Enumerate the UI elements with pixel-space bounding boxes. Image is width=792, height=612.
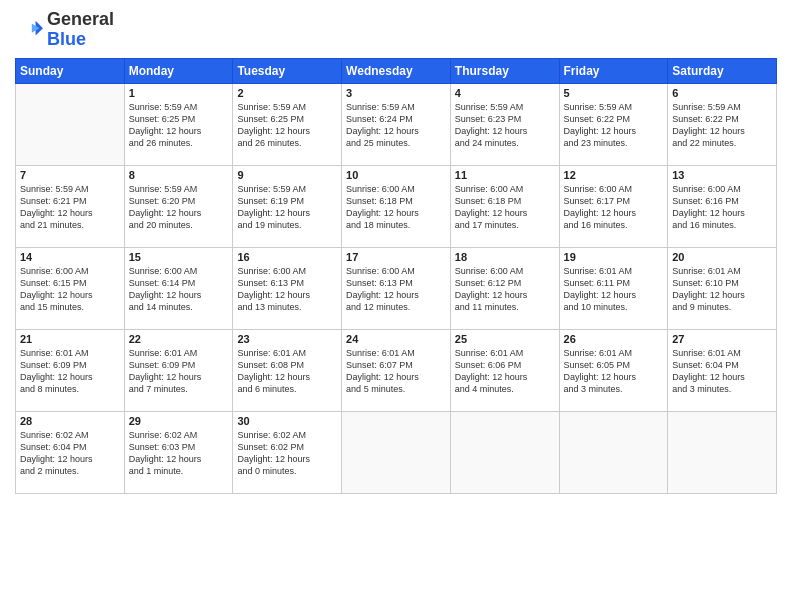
header: General Blue [15, 10, 777, 50]
calendar-cell: 9Sunrise: 5:59 AM Sunset: 6:19 PM Daylig… [233, 165, 342, 247]
day-info: Sunrise: 5:59 AM Sunset: 6:25 PM Dayligh… [237, 101, 337, 150]
calendar-cell: 30Sunrise: 6:02 AM Sunset: 6:02 PM Dayli… [233, 411, 342, 493]
calendar-cell: 25Sunrise: 6:01 AM Sunset: 6:06 PM Dayli… [450, 329, 559, 411]
day-info: Sunrise: 6:01 AM Sunset: 6:10 PM Dayligh… [672, 265, 772, 314]
calendar-cell: 27Sunrise: 6:01 AM Sunset: 6:04 PM Dayli… [668, 329, 777, 411]
day-info: Sunrise: 5:59 AM Sunset: 6:25 PM Dayligh… [129, 101, 229, 150]
weekday-header: Saturday [668, 58, 777, 83]
day-info: Sunrise: 6:02 AM Sunset: 6:03 PM Dayligh… [129, 429, 229, 478]
day-info: Sunrise: 6:00 AM Sunset: 6:13 PM Dayligh… [346, 265, 446, 314]
calendar-cell: 26Sunrise: 6:01 AM Sunset: 6:05 PM Dayli… [559, 329, 668, 411]
day-info: Sunrise: 5:59 AM Sunset: 6:24 PM Dayligh… [346, 101, 446, 150]
weekday-header: Tuesday [233, 58, 342, 83]
day-info: Sunrise: 6:00 AM Sunset: 6:18 PM Dayligh… [346, 183, 446, 232]
calendar-week-row: 28Sunrise: 6:02 AM Sunset: 6:04 PM Dayli… [16, 411, 777, 493]
calendar-cell: 1Sunrise: 5:59 AM Sunset: 6:25 PM Daylig… [124, 83, 233, 165]
logo-line1: General [47, 10, 114, 30]
day-info: Sunrise: 6:00 AM Sunset: 6:17 PM Dayligh… [564, 183, 664, 232]
day-number: 6 [672, 87, 772, 99]
day-number: 10 [346, 169, 446, 181]
calendar-cell: 11Sunrise: 6:00 AM Sunset: 6:18 PM Dayli… [450, 165, 559, 247]
calendar-cell: 14Sunrise: 6:00 AM Sunset: 6:15 PM Dayli… [16, 247, 125, 329]
calendar-week-row: 1Sunrise: 5:59 AM Sunset: 6:25 PM Daylig… [16, 83, 777, 165]
day-number: 18 [455, 251, 555, 263]
day-info: Sunrise: 6:02 AM Sunset: 6:04 PM Dayligh… [20, 429, 120, 478]
logo-line2: Blue [47, 30, 114, 50]
day-number: 22 [129, 333, 229, 345]
day-number: 20 [672, 251, 772, 263]
day-number: 13 [672, 169, 772, 181]
calendar-cell: 20Sunrise: 6:01 AM Sunset: 6:10 PM Dayli… [668, 247, 777, 329]
calendar-cell: 28Sunrise: 6:02 AM Sunset: 6:04 PM Dayli… [16, 411, 125, 493]
day-info: Sunrise: 5:59 AM Sunset: 6:22 PM Dayligh… [672, 101, 772, 150]
day-number: 26 [564, 333, 664, 345]
day-number: 5 [564, 87, 664, 99]
calendar-cell: 24Sunrise: 6:01 AM Sunset: 6:07 PM Dayli… [342, 329, 451, 411]
day-number: 17 [346, 251, 446, 263]
day-number: 14 [20, 251, 120, 263]
day-info: Sunrise: 6:01 AM Sunset: 6:08 PM Dayligh… [237, 347, 337, 396]
day-number: 8 [129, 169, 229, 181]
calendar-cell: 29Sunrise: 6:02 AM Sunset: 6:03 PM Dayli… [124, 411, 233, 493]
day-info: Sunrise: 6:01 AM Sunset: 6:09 PM Dayligh… [129, 347, 229, 396]
calendar-cell: 15Sunrise: 6:00 AM Sunset: 6:14 PM Dayli… [124, 247, 233, 329]
calendar: SundayMondayTuesdayWednesdayThursdayFrid… [15, 58, 777, 494]
calendar-cell: 3Sunrise: 5:59 AM Sunset: 6:24 PM Daylig… [342, 83, 451, 165]
day-info: Sunrise: 6:00 AM Sunset: 6:15 PM Dayligh… [20, 265, 120, 314]
calendar-cell: 19Sunrise: 6:01 AM Sunset: 6:11 PM Dayli… [559, 247, 668, 329]
day-number: 9 [237, 169, 337, 181]
day-number: 19 [564, 251, 664, 263]
calendar-cell [342, 411, 451, 493]
day-info: Sunrise: 6:01 AM Sunset: 6:07 PM Dayligh… [346, 347, 446, 396]
day-number: 4 [455, 87, 555, 99]
calendar-cell [668, 411, 777, 493]
day-info: Sunrise: 6:00 AM Sunset: 6:12 PM Dayligh… [455, 265, 555, 314]
day-info: Sunrise: 5:59 AM Sunset: 6:19 PM Dayligh… [237, 183, 337, 232]
day-info: Sunrise: 6:00 AM Sunset: 6:16 PM Dayligh… [672, 183, 772, 232]
calendar-cell: 21Sunrise: 6:01 AM Sunset: 6:09 PM Dayli… [16, 329, 125, 411]
day-number: 25 [455, 333, 555, 345]
day-info: Sunrise: 6:01 AM Sunset: 6:09 PM Dayligh… [20, 347, 120, 396]
day-number: 2 [237, 87, 337, 99]
day-info: Sunrise: 5:59 AM Sunset: 6:20 PM Dayligh… [129, 183, 229, 232]
day-number: 7 [20, 169, 120, 181]
day-info: Sunrise: 5:59 AM Sunset: 6:22 PM Dayligh… [564, 101, 664, 150]
calendar-cell: 4Sunrise: 5:59 AM Sunset: 6:23 PM Daylig… [450, 83, 559, 165]
day-info: Sunrise: 5:59 AM Sunset: 6:21 PM Dayligh… [20, 183, 120, 232]
day-number: 12 [564, 169, 664, 181]
calendar-cell: 18Sunrise: 6:00 AM Sunset: 6:12 PM Dayli… [450, 247, 559, 329]
day-info: Sunrise: 6:01 AM Sunset: 6:04 PM Dayligh… [672, 347, 772, 396]
calendar-cell: 10Sunrise: 6:00 AM Sunset: 6:18 PM Dayli… [342, 165, 451, 247]
day-info: Sunrise: 6:01 AM Sunset: 6:11 PM Dayligh… [564, 265, 664, 314]
day-number: 1 [129, 87, 229, 99]
day-number: 23 [237, 333, 337, 345]
calendar-cell [16, 83, 125, 165]
day-info: Sunrise: 5:59 AM Sunset: 6:23 PM Dayligh… [455, 101, 555, 150]
day-number: 30 [237, 415, 337, 427]
weekday-header: Monday [124, 58, 233, 83]
calendar-week-row: 14Sunrise: 6:00 AM Sunset: 6:15 PM Dayli… [16, 247, 777, 329]
calendar-cell [559, 411, 668, 493]
calendar-week-row: 7Sunrise: 5:59 AM Sunset: 6:21 PM Daylig… [16, 165, 777, 247]
weekday-header: Wednesday [342, 58, 451, 83]
calendar-cell: 23Sunrise: 6:01 AM Sunset: 6:08 PM Dayli… [233, 329, 342, 411]
day-info: Sunrise: 6:02 AM Sunset: 6:02 PM Dayligh… [237, 429, 337, 478]
weekday-header: Thursday [450, 58, 559, 83]
calendar-week-row: 21Sunrise: 6:01 AM Sunset: 6:09 PM Dayli… [16, 329, 777, 411]
calendar-cell: 7Sunrise: 5:59 AM Sunset: 6:21 PM Daylig… [16, 165, 125, 247]
logo-text: General Blue [47, 10, 114, 50]
day-info: Sunrise: 6:01 AM Sunset: 6:06 PM Dayligh… [455, 347, 555, 396]
calendar-cell: 5Sunrise: 5:59 AM Sunset: 6:22 PM Daylig… [559, 83, 668, 165]
calendar-cell: 13Sunrise: 6:00 AM Sunset: 6:16 PM Dayli… [668, 165, 777, 247]
day-number: 15 [129, 251, 229, 263]
calendar-cell: 16Sunrise: 6:00 AM Sunset: 6:13 PM Dayli… [233, 247, 342, 329]
day-number: 29 [129, 415, 229, 427]
calendar-cell: 8Sunrise: 5:59 AM Sunset: 6:20 PM Daylig… [124, 165, 233, 247]
calendar-cell [450, 411, 559, 493]
calendar-cell: 2Sunrise: 5:59 AM Sunset: 6:25 PM Daylig… [233, 83, 342, 165]
weekday-header: Sunday [16, 58, 125, 83]
weekday-header: Friday [559, 58, 668, 83]
day-info: Sunrise: 6:01 AM Sunset: 6:05 PM Dayligh… [564, 347, 664, 396]
day-number: 3 [346, 87, 446, 99]
calendar-header-row: SundayMondayTuesdayWednesdayThursdayFrid… [16, 58, 777, 83]
